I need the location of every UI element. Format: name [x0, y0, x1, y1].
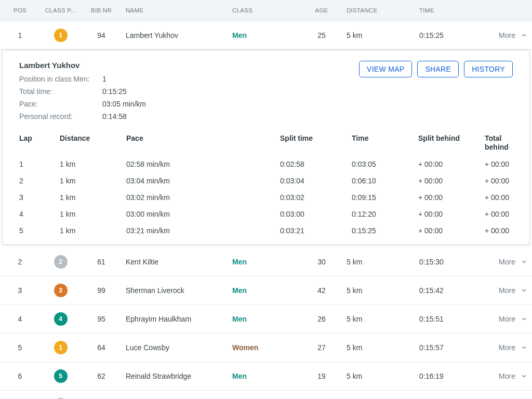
class-pos-badge: 5: [54, 369, 68, 383]
lap-total-behind: + 00:00: [485, 193, 526, 202]
cell-bib: 94: [81, 21, 122, 50]
cell-bib: 99: [81, 276, 122, 304]
cell-name: Kent Kiltie: [122, 248, 228, 276]
cell-class-pos: 5: [40, 362, 81, 390]
history-button[interactable]: HISTORY: [464, 61, 513, 77]
lap-row: 51 km03:21 min/km0:03:210:15:25+ 00:00+ …: [19, 222, 513, 239]
cell-distance: 5 km: [342, 362, 415, 390]
class-pos-badge: 3: [54, 284, 68, 297]
cell-time: 0:16:24: [415, 390, 490, 399]
table-row[interactable]: 7249Tamera AnselmWomen245 km0:16:24More: [0, 390, 532, 399]
cell-age: 30: [301, 248, 342, 276]
lap-row: 31 km03:02 min/km0:03:020:09:15+ 00:00+ …: [19, 189, 513, 206]
lap-pace: 02:58 min/km: [126, 160, 183, 168]
cell-pos: 6: [0, 362, 40, 390]
cell-distance: 5 km: [342, 304, 415, 333]
kv-value: 0:15:25: [102, 87, 146, 96]
chevron-down-icon: [521, 287, 528, 294]
table-row[interactable]: 6562Reinald StrawbridgeMen195 km0:16:19M…: [0, 362, 532, 390]
cell-class-pos: 2: [40, 248, 81, 276]
cell-more[interactable]: More: [490, 362, 532, 390]
kv-value: 03:05 min/km: [102, 100, 146, 108]
col-age[interactable]: AGE: [301, 0, 342, 21]
cell-class-pos: 1: [40, 21, 81, 50]
cell-class: Men: [228, 248, 301, 276]
lap-distance: 1 km: [60, 177, 122, 185]
cell-bib: 61: [81, 248, 122, 276]
chevron-down-icon: [521, 315, 528, 323]
detail-panel: Lambert YukhovPosition in class Men:1Tot…: [2, 50, 530, 245]
cell-more[interactable]: More: [490, 248, 532, 276]
table-row[interactable]: 5164Luce CowsbyWomen275 km0:15:57More: [0, 333, 532, 362]
lap-pace: 03:02 min/km: [126, 193, 183, 202]
view-map-button[interactable]: VIEW MAP: [359, 61, 412, 77]
cell-more[interactable]: More: [490, 304, 532, 333]
cell-class: Women: [228, 333, 301, 362]
lap-distance: 1 km: [60, 227, 122, 235]
cell-class: Men: [228, 21, 301, 50]
lap-split-behind: + 00:00: [418, 210, 481, 218]
lap-split-behind: + 00:00: [418, 227, 481, 235]
kv-value: 0:14:58: [102, 112, 146, 121]
kv-label: Pace:: [19, 100, 102, 108]
col-class-pos[interactable]: CLASS P...: [40, 0, 81, 21]
cell-time: 0:15:57: [415, 333, 490, 362]
col-bib[interactable]: BIB NR: [81, 0, 122, 21]
cell-pos: 5: [0, 333, 40, 362]
cell-class: Men: [228, 276, 301, 304]
kv-label: Position in class Men:: [19, 75, 102, 83]
lap-pace-bar: [188, 210, 276, 218]
col-class[interactable]: CLASS: [228, 0, 301, 21]
table-row[interactable]: 1194Lambert YukhovMen255 km0:15:25More: [0, 21, 532, 50]
col-name[interactable]: NAME: [122, 0, 228, 21]
lap-total-behind: + 00:00: [485, 210, 526, 218]
cell-time: 0:15:51: [415, 304, 490, 333]
lap-num: 5: [19, 227, 56, 235]
lap-num: 2: [19, 177, 56, 185]
cell-pos: 7: [0, 390, 40, 399]
lap-pace: 03:00 min/km: [126, 210, 183, 218]
class-pos-badge: 4: [54, 312, 68, 326]
more-label: More: [499, 258, 515, 266]
cell-class: Men: [228, 362, 301, 390]
cell-distance: 5 km: [342, 333, 415, 362]
cell-bib: 62: [81, 362, 122, 390]
cell-more[interactable]: More: [490, 276, 532, 304]
cell-name: Reinald Strawbridge: [122, 362, 228, 390]
lap-split-behind: + 00:00: [418, 160, 481, 168]
cell-name: Lambert Yukhov: [122, 21, 228, 50]
share-button[interactable]: SHARE: [417, 61, 459, 77]
table-row[interactable]: 3399Sherman LiverockMen425 km0:15:42More: [0, 276, 532, 304]
lap-row: 41 km03:00 min/km0:03:000:12:20+ 00:00+ …: [19, 206, 513, 222]
cell-age: 24: [301, 390, 342, 399]
cell-bib: 95: [81, 304, 122, 333]
cell-time: 0:16:19: [415, 362, 490, 390]
kv-label: Total time:: [19, 87, 102, 96]
lap-split: 0:03:21: [280, 227, 348, 235]
table-row[interactable]: 4495Ephrayim HaulkhamMen265 km0:15:51Mor…: [0, 304, 532, 333]
cell-class: Women: [228, 390, 301, 399]
col-distance[interactable]: DISTANCE: [342, 0, 415, 21]
lap-pace-bar: [188, 193, 276, 202]
lap-row: 21 km03:04 min/km0:03:040:06:10+ 00:00+ …: [19, 172, 513, 189]
cell-distance: 5 km: [342, 390, 415, 399]
col-pos[interactable]: POS: [0, 0, 40, 21]
lap-pace: 03:04 min/km: [126, 177, 183, 185]
cell-class-pos: 1: [40, 333, 81, 362]
more-label: More: [499, 372, 515, 380]
col-time[interactable]: TIME: [415, 0, 490, 21]
lap-distance: 1 km: [60, 160, 122, 168]
chevron-down-icon: [521, 373, 528, 380]
cell-more[interactable]: More: [490, 21, 532, 50]
lap-split: 0:03:02: [280, 193, 348, 202]
cell-class-pos: 2: [40, 390, 81, 399]
cell-time: 0:15:30: [415, 248, 490, 276]
expanded-panel-row: Lambert YukhovPosition in class Men:1Tot…: [0, 50, 532, 248]
cell-more[interactable]: More: [490, 390, 532, 399]
cell-bib: 49: [81, 390, 122, 399]
cell-more[interactable]: More: [490, 333, 532, 362]
table-row[interactable]: 2261Kent KiltieMen305 km0:15:30More: [0, 248, 532, 276]
cell-distance: 5 km: [342, 276, 415, 304]
lap-distance: 1 km: [60, 193, 122, 202]
lap-num: 3: [19, 193, 56, 202]
